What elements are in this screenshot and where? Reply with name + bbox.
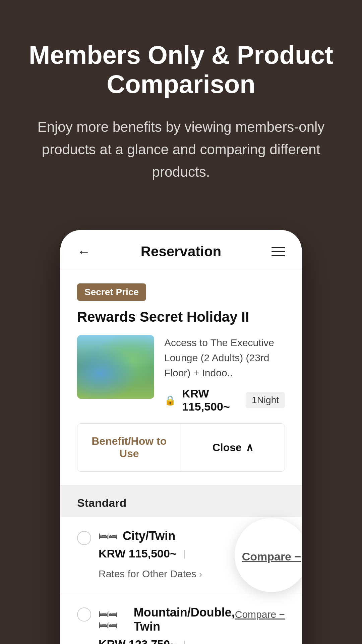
close-label: Close (213, 441, 242, 454)
product-image (77, 335, 154, 399)
phone-mockup-wrapper: ← Reservation Secret Price Rewards Secre… (0, 210, 362, 644)
menu-button[interactable] (272, 247, 285, 256)
bed-icon: 🛏🛏 (99, 531, 117, 542)
secret-price-badge: Secret Price (77, 283, 146, 301)
product-info: Access to The Executive Lounge (2 Adults… (164, 335, 285, 413)
bed-icon: 🛏🛏 🛏🛏 (99, 608, 128, 631)
phone-mockup: ← Reservation Secret Price Rewards Secre… (60, 230, 302, 644)
room-radio-2[interactable] (77, 607, 91, 622)
hero-subtitle: Enjoy more benefits by viewing members-o… (37, 116, 325, 183)
price-row: 🔒 KRW 115,500~ 1Night (164, 387, 285, 413)
room-radio-1[interactable] (77, 531, 91, 545)
chevron-up-icon: ∧ (246, 441, 253, 454)
divider: | (183, 548, 186, 559)
lock-icon: 🔒 (164, 395, 176, 406)
product-details: Access to The Executive Lounge (2 Adults… (77, 335, 285, 413)
room-name: City/Twin (123, 529, 175, 543)
close-button[interactable]: Close ∧ (181, 424, 285, 471)
hero-section: Members Only & Product Comparison Enjoy … (0, 0, 362, 210)
product-title: Rewards Secret Holiday II (77, 309, 285, 325)
rooms-section: Standard 🛏🛏 City/Twin KRW 115,500~ | (60, 489, 302, 644)
back-button[interactable]: ← (77, 244, 90, 259)
product-price: KRW 115,500~ (182, 387, 240, 413)
divider: | (183, 639, 186, 644)
room-price: KRW 115,500~ (99, 547, 177, 560)
compare-button[interactable]: Compare − (235, 609, 285, 620)
product-card: Secret Price Rewards Secret Holiday II A… (60, 270, 302, 489)
room-item: 🛏🛏 🛏🛏 Mountain/Double, Twin KRW 123,750~… (60, 593, 302, 644)
product-description: Access to The Executive Lounge (2 Adults… (164, 335, 285, 380)
chevron-right-icon: › (199, 569, 202, 579)
rates-link[interactable]: Rates for Other Dates › (99, 567, 202, 581)
hero-title: Members Only & Product Comparison (27, 40, 335, 99)
room-item: 🛏🛏 City/Twin KRW 115,500~ | Rates for Ot… (60, 517, 302, 593)
hamburger-line-2 (272, 251, 285, 252)
room-name: Mountain/Double, Twin (134, 605, 235, 634)
action-buttons: Benefit/How to Use Close ∧ (77, 423, 285, 472)
product-image-inner (77, 335, 154, 399)
phone-header: ← Reservation (60, 230, 302, 270)
page-title: Reservation (141, 244, 221, 260)
room-price-row: KRW 123,750~ | Rates for Other Dates › (99, 638, 235, 644)
room-type-row: 🛏🛏 🛏🛏 Mountain/Double, Twin (99, 605, 235, 634)
compare-button-highlight[interactable]: Compare − (242, 550, 301, 563)
room-left: 🛏🛏 🛏🛏 Mountain/Double, Twin KRW 123,750~… (77, 605, 235, 644)
benefit-button[interactable]: Benefit/How to Use (77, 424, 181, 471)
section-header-standard: Standard (60, 489, 302, 517)
hamburger-line-1 (272, 247, 285, 248)
room-info: 🛏🛏 🛏🛏 Mountain/Double, Twin KRW 123,750~… (99, 605, 235, 644)
hamburger-line-3 (272, 255, 285, 256)
room-price: KRW 123,750~ (99, 638, 177, 644)
night-badge: 1Night (246, 392, 285, 408)
